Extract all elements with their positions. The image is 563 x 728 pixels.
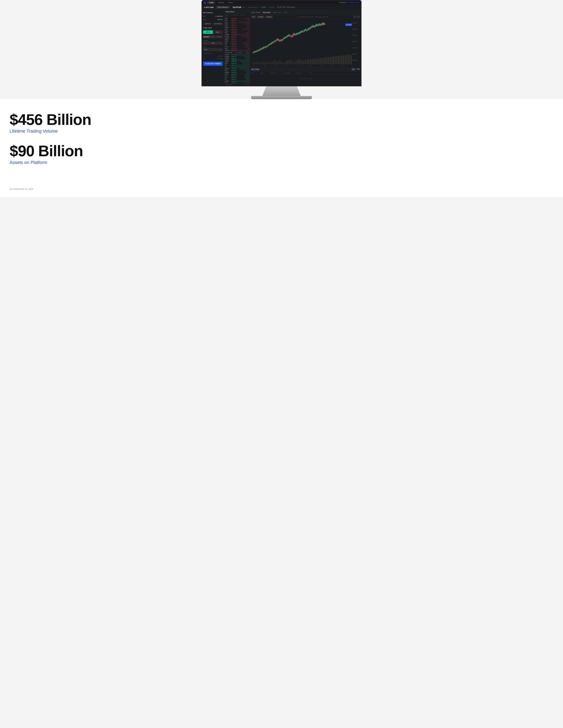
table-row[interactable]: 0.7533487.81 (224, 21, 250, 23)
price-chart-tab[interactable]: Price Chart (262, 11, 271, 14)
svg-rect-186 (310, 27, 311, 29)
svg-rect-72 (323, 58, 324, 64)
nav-tab-portfolio[interactable]: Portfolio (216, 1, 226, 4)
svg-rect-204 (322, 23, 323, 25)
svg-rect-81 (335, 56, 335, 64)
change-label: 24h price (269, 7, 274, 8)
table-row[interactable]: 0.915533456.41 (224, 80, 250, 82)
table-row[interactable]: 0.17833479.26 (224, 46, 250, 48)
table-row[interactable]: 0.0133487.91 (224, 20, 250, 21)
stop-tab[interactable]: STOP (216, 36, 223, 38)
svg-rect-154 (290, 35, 291, 36)
table-row[interactable]: 0.073733487.79 (224, 27, 250, 28)
table-row[interactable]: 2.061033487.34 (224, 59, 250, 61)
table-row[interactable]: 1.395533482.70 (224, 34, 250, 35)
open-orders-tab[interactable]: Open Orders (251, 68, 259, 71)
svg-rect-32 (272, 62, 273, 64)
price-change: +7.35% (260, 6, 266, 8)
aggregation-row: Aggregation − 0.01 + (224, 83, 250, 86)
market-tab[interactable]: MARKET (203, 36, 210, 38)
agg-minus[interactable]: − (243, 84, 244, 85)
table-row[interactable]: 0.597833460.59 (224, 68, 250, 70)
coinbase-prime-link[interactable]: Coinbase Prime (348, 2, 359, 3)
table-row[interactable]: 0.00133481.72 (224, 39, 250, 41)
table-row[interactable]: 4.995233474.00 (224, 49, 250, 51)
table-row[interactable]: 0.0533483.02 (224, 32, 250, 34)
table-row[interactable]: 0.1733459.96 (224, 70, 250, 71)
table-row[interactable]: 0.0133471.00 (224, 48, 250, 49)
spread-row: USD Spread 33474.99 0.01 (224, 51, 250, 54)
nav-tab-prime[interactable]: Prime (226, 1, 235, 4)
depth-chart-tab[interactable]: Depth Chart (272, 11, 282, 14)
table-row[interactable]: 0.051333481.00 (224, 37, 250, 39)
svg-rect-49 (294, 61, 294, 64)
order-book-columns: Market Size Price (USD) My Size (224, 14, 250, 18)
open-tab[interactable]: Open (352, 68, 355, 71)
svg-rect-43 (286, 61, 287, 64)
table-row[interactable]: 0.0533489.00 (224, 18, 250, 20)
zoom-in-button[interactable]: + (357, 16, 360, 18)
table-row[interactable]: 0.133479.52 (224, 44, 250, 46)
table-row[interactable]: 0.371033482.76 (224, 35, 250, 37)
svg-rect-51 (296, 61, 297, 64)
table-row[interactable]: 0.07133481.71 (224, 41, 250, 42)
price-input[interactable]: 0.00 USD (203, 48, 223, 51)
table-row[interactable]: 0.933461.45 (224, 64, 250, 66)
table-row[interactable]: 0.1733458.34 (224, 75, 250, 77)
total-row: Total * 0.00 USD (203, 58, 223, 60)
svg-rect-200 (319, 24, 320, 26)
withdraw-button[interactable]: WITHDRAW (213, 22, 223, 25)
btc-label: BTC (203, 16, 206, 17)
zoom-out-button[interactable]: − (353, 16, 357, 18)
svg-rect-41 (284, 62, 284, 64)
table-row[interactable]: 0.20433487.77 (224, 23, 250, 25)
timeframe-selector[interactable]: 5m ▾ (251, 16, 256, 18)
table-row[interactable]: 0.104633487.54 (224, 57, 250, 59)
chart-type-selector[interactable]: Candle ▾ (257, 16, 264, 18)
svg-rect-146 (285, 37, 286, 38)
logo-bar-1 (204, 2, 204, 4)
select-market-dropdown[interactable]: Select Market ▾ (216, 6, 230, 9)
svg-rect-34 (274, 60, 275, 64)
buy-button[interactable]: BUY (203, 30, 213, 34)
open-orders-panel: Open Orders Open Filled Side Size F (250, 67, 361, 86)
table-row[interactable]: 0.00133485.00 (224, 30, 250, 32)
limit-tab[interactable]: LIMIT (210, 36, 216, 38)
table-row[interactable]: 0.48233461.89 (224, 61, 250, 63)
table-row[interactable]: 0.1733407.33 (224, 77, 250, 79)
svg-rect-19 (255, 62, 256, 64)
svg-rect-85 (340, 55, 340, 64)
svg-text:12:30: 12:30 (342, 65, 345, 67)
agg-plus[interactable]: + (247, 84, 248, 85)
table-row[interactable]: 0.14833458.99 (224, 73, 250, 75)
stat-block-assets: $90 Billion Assets on Platform (10, 143, 553, 165)
svg-rect-77 (329, 56, 330, 64)
svg-rect-75 (327, 57, 328, 64)
filled-tab[interactable]: Filled (357, 68, 360, 71)
table-row[interactable]: 0.133407.97 (224, 79, 250, 80)
table-row[interactable]: 0.169833487.37 (224, 56, 250, 57)
svg-rect-160 (294, 33, 295, 35)
table-row[interactable]: 1.087733474.99 (224, 54, 250, 56)
table-row[interactable]: 0.1733456.40 (224, 82, 250, 83)
svg-rect-106 (259, 49, 260, 51)
deposit-button[interactable]: DEPOSIT (203, 22, 212, 25)
table-row[interactable]: 0.2533484.36 (224, 28, 250, 30)
svg-rect-21 (258, 62, 259, 64)
place-order-button[interactable]: PLACE BUY ORDER (203, 62, 223, 66)
trade-tab[interactable]: Trade (282, 11, 289, 14)
amount-input[interactable]: Max 0.00 BTC (203, 42, 223, 45)
nav-tab-trade[interactable]: Trade (207, 1, 215, 4)
advanced-toggle[interactable]: Advanced ▾ (203, 53, 223, 54)
monitor-stand (262, 86, 301, 96)
table-row[interactable]: 1.033461.44 (224, 66, 250, 68)
svg-text:10:30: 10:30 (297, 65, 300, 67)
overlay-selector[interactable]: Overlay ▾ (265, 16, 273, 18)
table-row[interactable]: 0.051533459.82 (224, 71, 250, 73)
table-row[interactable]: 0.2533461.88 (224, 63, 250, 64)
sell-button[interactable]: SELL (213, 30, 223, 34)
svg-rect-180 (306, 30, 307, 31)
order-book-title: Order Book (224, 10, 250, 14)
table-row[interactable]: 0.2533481.00 (224, 42, 250, 44)
table-row[interactable]: 0.0233487.43 (224, 25, 250, 27)
